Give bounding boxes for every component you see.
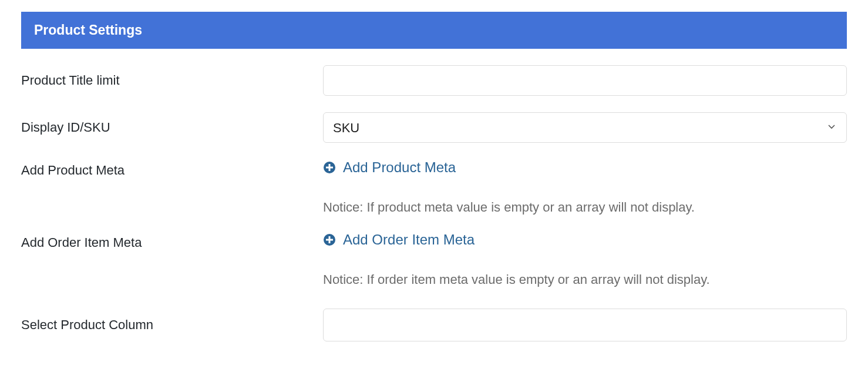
row-display-id-sku: Display ID/SKU SKU: [21, 112, 847, 143]
display-id-sku-select[interactable]: SKU: [323, 112, 847, 143]
svg-rect-2: [326, 167, 333, 169]
display-id-sku-select-wrap: SKU: [323, 112, 847, 143]
product-title-limit-input[interactable]: [323, 65, 847, 96]
add-product-meta-link-text: Add Product Meta: [343, 159, 456, 176]
svg-rect-5: [326, 239, 333, 241]
settings-panel: Product Settings Product Title limit Dis…: [0, 0, 868, 356]
control-select-product-column: [323, 309, 847, 341]
add-order-item-meta-link-text: Add Order Item Meta: [343, 232, 475, 248]
row-product-title-limit: Product Title limit: [21, 65, 847, 96]
plus-circle-icon: [323, 233, 336, 246]
add-product-meta-link[interactable]: Add Product Meta: [323, 159, 456, 176]
product-meta-notice: Notice: If product meta value is empty o…: [323, 200, 847, 215]
row-add-product-meta: Add Product Meta Add Product Meta Notice…: [21, 159, 847, 215]
row-select-product-column: Select Product Column: [21, 309, 847, 341]
panel-header: Product Settings: [21, 12, 847, 49]
order-item-meta-notice: Notice: If order item meta value is empt…: [323, 272, 847, 287]
label-add-order-item-meta: Add Order Item Meta: [21, 232, 323, 250]
label-select-product-column: Select Product Column: [21, 317, 323, 333]
control-product-title-limit: [323, 65, 847, 96]
select-product-column-input[interactable]: [323, 309, 847, 341]
row-add-order-item-meta: Add Order Item Meta Add Order Item Meta …: [21, 232, 847, 287]
control-display-id-sku: SKU: [323, 112, 847, 143]
add-order-item-meta-link[interactable]: Add Order Item Meta: [323, 232, 475, 248]
control-add-order-item-meta: Add Order Item Meta Notice: If order ite…: [323, 232, 847, 287]
panel-title: Product Settings: [34, 22, 142, 38]
label-display-id-sku: Display ID/SKU: [21, 120, 323, 135]
label-product-title-limit: Product Title limit: [21, 73, 323, 88]
control-add-product-meta: Add Product Meta Notice: If product meta…: [323, 159, 847, 215]
plus-circle-icon: [323, 161, 336, 174]
label-add-product-meta: Add Product Meta: [21, 159, 323, 178]
